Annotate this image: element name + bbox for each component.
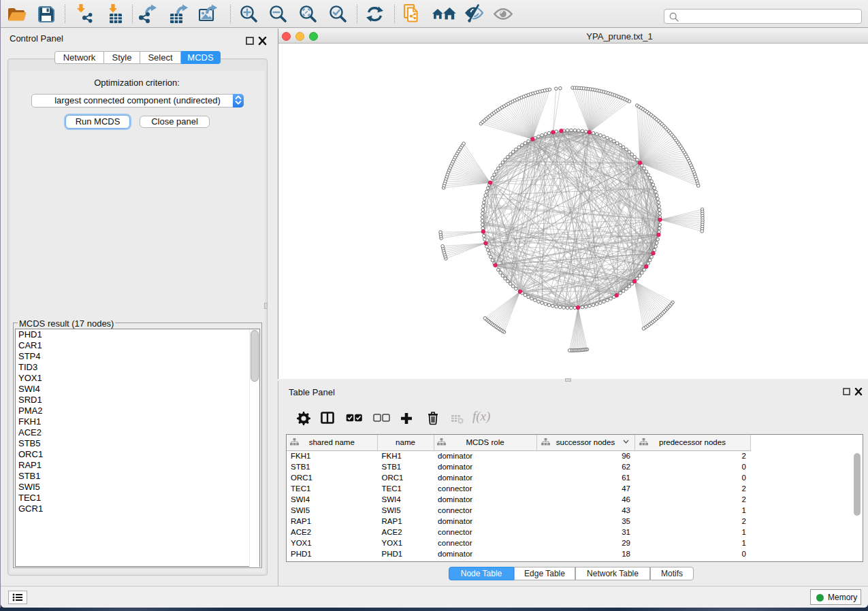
svg-text:f(x): f(x) <box>472 410 490 424</box>
